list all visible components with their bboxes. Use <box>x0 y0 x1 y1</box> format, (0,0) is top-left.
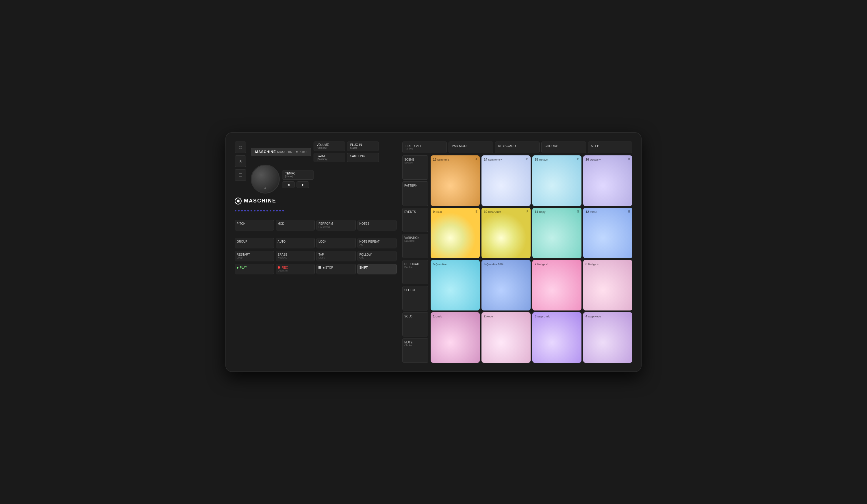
follow-button[interactable]: FOLLOW Grid <box>357 251 397 261</box>
note-repeat-button[interactable]: NOTE REPEAT Arp <box>357 238 397 248</box>
tempo-nav-row: TEMPO [Tune] ◀ ▶ <box>251 165 396 194</box>
dot-15 <box>279 210 281 211</box>
notes-button[interactable]: NOTES <box>357 220 397 230</box>
dot-5 <box>247 210 249 211</box>
model-button[interactable]: MASCHINE MASCHINE MIKRO <box>251 148 311 156</box>
pad-7[interactable]: 7 Nudge < <box>532 260 581 310</box>
target-button[interactable]: ◎ <box>235 142 246 153</box>
vol-plugin-grid: VOLUME [Velocity] PLUG-IN Macro SWING [P… <box>313 142 379 162</box>
side-btn-0[interactable]: SCENESection <box>402 155 428 180</box>
side-btn-1[interactable]: PATTERN <box>402 182 428 206</box>
main-area: SCENESectionPATTERNEVENTSVARIATIONNaviga… <box>402 155 632 363</box>
pad-10[interactable]: 10 Clear Auto F <box>481 208 531 258</box>
next-button[interactable]: ▶ <box>297 182 309 188</box>
star-icon: ★ <box>239 159 243 164</box>
rec-indicator-icon <box>278 266 280 269</box>
target-icon: ◎ <box>239 145 242 150</box>
main-knob[interactable] <box>251 165 280 194</box>
dot-4 <box>244 210 246 211</box>
pad-5[interactable]: 5 Quantize <box>431 260 480 310</box>
side-btn-6[interactable]: SOLO <box>402 312 428 337</box>
tempo-button[interactable]: TEMPO [Tune] <box>282 170 314 180</box>
tap-button[interactable]: TAP Metro <box>317 251 356 261</box>
pad-3[interactable]: 3 Step Undo <box>532 312 581 363</box>
rec-button[interactable]: REC Count-In <box>276 264 315 274</box>
side-btn-7[interactable]: MUTEChoke <box>402 338 428 363</box>
right-panel: FIXED VEL 16 Vel PAD MODE KEYBOARD CHORD… <box>402 142 632 363</box>
dot-14 <box>276 210 278 211</box>
prev-icon: ◀ <box>287 183 290 186</box>
dot-6 <box>250 210 252 211</box>
left-controls-top: ◎ ★ ☰ MASCHINE MASCHINE MIKRO VOLUME <box>235 142 396 194</box>
mod-button[interactable]: MOD <box>276 220 315 230</box>
nav-btns: ◀ ▶ <box>282 182 314 188</box>
play-button[interactable]: ▶ PLAY <box>235 264 274 274</box>
plugin-button[interactable]: PLUG-IN Macro <box>347 142 379 151</box>
pad-8[interactable]: 8 Nudge > <box>583 260 632 310</box>
perform-button[interactable]: PERFORM FX Select <box>317 220 356 230</box>
fixed-vel-button[interactable]: FIXED VEL 16 Vel <box>402 142 447 153</box>
side-btn-2[interactable]: EVENTS <box>402 208 428 232</box>
icon-buttons: ◎ ★ ☰ <box>235 142 246 181</box>
pad-16[interactable]: 16 Octave + D <box>583 155 632 206</box>
dots-row <box>235 209 396 212</box>
pitch-button[interactable]: PITCH <box>235 220 274 230</box>
dot-16 <box>282 210 284 211</box>
sampling-button[interactable]: SAMPLING <box>347 153 379 162</box>
btn-row-3: RESTART Loop ERASE Replace TAP Metro FOL… <box>235 251 396 261</box>
logo-circle-icon <box>235 198 242 205</box>
prev-button[interactable]: ◀ <box>282 182 295 188</box>
dot-13 <box>273 210 275 211</box>
dot-10 <box>263 210 265 211</box>
pad-9[interactable]: 9 Clear E <box>431 208 480 258</box>
top-buttons-row: FIXED VEL 16 Vel PAD MODE KEYBOARD CHORD… <box>402 142 632 153</box>
maschine-logo: MASCHINE <box>235 198 396 205</box>
dot-7 <box>254 210 256 211</box>
auto-button[interactable]: AUTO <box>276 238 315 248</box>
stop-button[interactable]: ■ STOP <box>317 264 356 274</box>
dot-1 <box>235 210 236 211</box>
chords-button[interactable]: CHORDS <box>541 142 586 153</box>
pad-2[interactable]: 2 Redo <box>481 312 531 363</box>
next-icon: ▶ <box>302 183 304 186</box>
pad-15[interactable]: 15 Octave - C <box>532 155 581 206</box>
tempo-nav: TEMPO [Tune] ◀ ▶ <box>282 170 314 188</box>
keyboard-button[interactable]: KEYBOARD <box>495 142 539 153</box>
search-icon: ☰ <box>239 173 243 177</box>
side-btn-3[interactable]: VARIATIONNavigate <box>402 234 428 258</box>
side-btn-4[interactable]: DUPLICATEDouble <box>402 260 428 285</box>
pad-4[interactable]: 4 Step Redo <box>583 312 632 363</box>
restart-button[interactable]: RESTART Loop <box>235 251 274 261</box>
center-controls: MASCHINE MASCHINE MIKRO VOLUME [Velocity… <box>251 142 396 194</box>
side-btn-5[interactable]: SELECT <box>402 286 428 310</box>
volume-button[interactable]: VOLUME [Velocity] <box>313 142 345 151</box>
dot-11 <box>266 210 268 211</box>
side-buttons: SCENESectionPATTERNEVENTSVARIATIONNaviga… <box>402 155 428 363</box>
pad-mode-button[interactable]: PAD MODE <box>449 142 493 153</box>
lock-button[interactable]: LOCK <box>317 238 356 248</box>
erase-button[interactable]: ERASE Replace <box>276 251 315 261</box>
pad-6[interactable]: 6 Quantize 50% <box>481 260 531 310</box>
dot-8 <box>257 210 259 211</box>
search-button[interactable]: ☰ <box>235 169 246 181</box>
dot-12 <box>270 210 271 211</box>
dot-3 <box>241 210 243 211</box>
pad-11[interactable]: 11 Copy G <box>532 208 581 258</box>
group-button[interactable]: GROUP <box>235 238 274 248</box>
step-button[interactable]: STEP <box>588 142 632 153</box>
star-button[interactable]: ★ <box>235 155 246 167</box>
btn-row-1: PITCH MOD PERFORM FX Select NOTES <box>235 220 396 230</box>
stop-indicator-icon <box>319 266 321 269</box>
pad-14[interactable]: 14 Semitone + B <box>481 155 531 206</box>
pad-12[interactable]: 12 Paste H <box>583 208 632 258</box>
pad-13[interactable]: 13 Semitone - A <box>431 155 480 206</box>
top-row: MASCHINE MASCHINE MIKRO VOLUME [Velocity… <box>251 142 396 162</box>
pad-1[interactable]: 1 Undo <box>431 312 480 363</box>
swing-button[interactable]: SWING [Position] <box>313 153 345 162</box>
left-panel: ◎ ★ ☰ MASCHINE MASCHINE MIKRO VOLUME <box>235 142 396 363</box>
shift-button[interactable]: SHIFT <box>357 264 397 274</box>
maschine-device: ◎ ★ ☰ MASCHINE MASCHINE MIKRO VOLUME <box>225 132 642 372</box>
btn-row-2: GROUP AUTO LOCK NOTE REPEAT Arp <box>235 238 396 248</box>
dot-9 <box>260 210 262 211</box>
transport-row: ▶ PLAY REC Count-In ■ STOP SHIFT <box>235 264 396 274</box>
